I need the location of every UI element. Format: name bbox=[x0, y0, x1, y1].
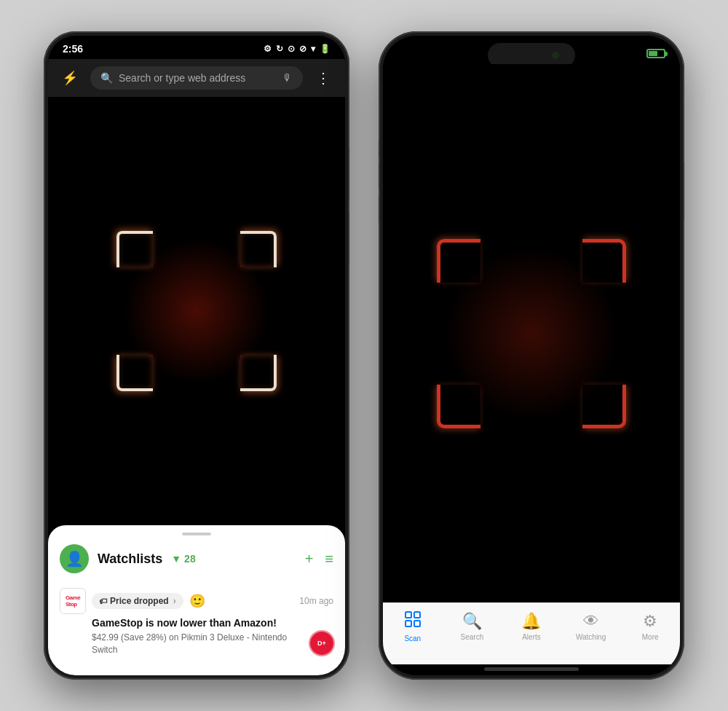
search-tab-label: Search bbox=[461, 633, 484, 641]
tab-more[interactable]: ⚙ More bbox=[628, 612, 672, 641]
iphone-corner-tl bbox=[437, 239, 480, 283]
sheet-actions: + ≡ bbox=[305, 551, 333, 567]
iphone-camera-view bbox=[383, 64, 680, 602]
iphone-corner-bl bbox=[437, 385, 480, 428]
svg-rect-3 bbox=[414, 621, 420, 626]
search-placeholder: Search or type web address bbox=[119, 72, 277, 84]
iphone-vol-down[interactable] bbox=[379, 196, 379, 222]
corner-top-right bbox=[240, 231, 277, 267]
tab-watching[interactable]: 👁 Watching bbox=[569, 612, 613, 641]
watchlists-count[interactable]: ▼ 28 bbox=[171, 553, 195, 565]
tag-icon: 🏷 bbox=[99, 597, 107, 605]
android-toolbar: ⚡ 🔍 Search or type web address 🎙 ⋮ bbox=[48, 59, 345, 97]
scan-tab-icon bbox=[404, 610, 422, 632]
sheet-handle[interactable] bbox=[182, 533, 211, 535]
iphone-corner-br bbox=[582, 385, 626, 428]
search-bar[interactable]: 🔍 Search or type web address 🎙 bbox=[90, 66, 303, 90]
notif-body: $42.99 (Save 28%) on Pikmin 3 Deluxe - N… bbox=[60, 632, 333, 656]
notif-body-text: $42.99 (Save 28%) on Pikmin 3 Deluxe - N… bbox=[92, 632, 310, 656]
android-power-button[interactable] bbox=[349, 148, 349, 199]
notif-top: GameStop 🏷 Price dropped › 🙂 10m ago bbox=[60, 588, 333, 614]
camera-view bbox=[48, 97, 345, 525]
status-time: 2:56 bbox=[63, 43, 83, 55]
d-plus-label: D+ bbox=[317, 639, 326, 648]
more-tab-label: More bbox=[642, 633, 659, 641]
dynamic-island-area bbox=[383, 36, 680, 64]
camera-dot bbox=[552, 52, 559, 59]
avatar-icon: 👤 bbox=[66, 550, 84, 567]
alerts-tab-label: Alerts bbox=[522, 633, 541, 641]
status-icons: ⚙ ↻ ⊙ ⊘ ▾ 🔋 bbox=[264, 44, 331, 54]
corner-top-left bbox=[116, 231, 153, 267]
sync-icon: ↻ bbox=[276, 44, 283, 54]
viewfinder bbox=[116, 231, 277, 391]
settings-icon: ⚙ bbox=[264, 44, 272, 54]
corner-bottom-left bbox=[116, 355, 153, 391]
more-tab-icon: ⚙ bbox=[643, 612, 657, 631]
iphone-tab-bar: Scan 🔍 Search 🔔 Alerts 👁 Watching ⚙ More bbox=[383, 602, 680, 664]
watching-tab-icon: 👁 bbox=[583, 612, 599, 631]
watching-tab-label: Watching bbox=[576, 633, 606, 641]
wifi-icon: ▾ bbox=[311, 44, 315, 54]
gamestop-text: GameStop bbox=[66, 594, 80, 608]
tab-alerts[interactable]: 🔔 Alerts bbox=[510, 612, 553, 641]
add-button[interactable]: + bbox=[305, 551, 314, 567]
iphone-mute-switch[interactable] bbox=[379, 141, 379, 158]
reaction-icon[interactable]: 🙂 bbox=[189, 593, 205, 609]
svg-rect-0 bbox=[405, 612, 411, 618]
battery-icon: 🔋 bbox=[320, 44, 331, 54]
android-status-bar: 2:56 ⚙ ↻ ⊙ ⊘ ▾ 🔋 bbox=[48, 36, 345, 59]
notif-title: GameStop is now lower than Amazon! bbox=[60, 617, 333, 629]
filter-button[interactable]: ≡ bbox=[325, 551, 333, 567]
notification-item[interactable]: GameStop 🏷 Price dropped › 🙂 10m ago Gam… bbox=[48, 581, 345, 664]
badge-chevron: › bbox=[173, 596, 176, 606]
mic-icon[interactable]: 🎙 bbox=[282, 72, 293, 84]
iphone-battery bbox=[646, 46, 665, 58]
msg-icon: ⊙ bbox=[288, 44, 295, 54]
android-volume-button[interactable] bbox=[349, 213, 349, 264]
tab-search[interactable]: 🔍 Search bbox=[450, 612, 494, 641]
android-screen: 2:56 ⚙ ↻ ⊙ ⊘ ▾ 🔋 ⚡ 🔍 Search or type web … bbox=[48, 36, 345, 675]
iphone-corner-tr bbox=[582, 239, 626, 283]
corner-bottom-right bbox=[240, 355, 277, 391]
battery-fill bbox=[649, 51, 657, 56]
more-icon: ⋮ bbox=[316, 69, 331, 87]
watchlists-title: Watchlists bbox=[98, 551, 162, 567]
scan-tab-label: Scan bbox=[404, 635, 421, 643]
iphone-screen: Scan 🔍 Search 🔔 Alerts 👁 Watching ⚙ More bbox=[383, 36, 680, 675]
search-tab-icon: 🔍 bbox=[462, 612, 482, 631]
avatar: 👤 bbox=[60, 544, 89, 573]
notif-time: 10m ago bbox=[299, 596, 333, 606]
home-indicator bbox=[484, 667, 579, 671]
battery-icon bbox=[646, 49, 665, 58]
price-badge-label: Price dropped bbox=[110, 596, 169, 606]
flash-icon: ⚡ bbox=[62, 70, 78, 86]
android-phone: 2:56 ⚙ ↻ ⊙ ⊘ ▾ 🔋 ⚡ 🔍 Search or type web … bbox=[44, 31, 349, 680]
d-plus-badge: D+ bbox=[310, 632, 333, 655]
search-icon: 🔍 bbox=[100, 72, 113, 84]
flash-button[interactable]: ⚡ bbox=[57, 65, 83, 91]
alerts-tab-icon: 🔔 bbox=[521, 612, 541, 631]
tab-scan[interactable]: Scan bbox=[391, 610, 435, 643]
svg-rect-2 bbox=[405, 621, 411, 626]
dnd-icon: ⊘ bbox=[299, 44, 306, 54]
svg-rect-1 bbox=[414, 612, 420, 618]
iphone: Scan 🔍 Search 🔔 Alerts 👁 Watching ⚙ More bbox=[379, 31, 684, 680]
bottom-sheet: 👤 Watchlists ▼ 28 + ≡ GameStop 🏷 Price d… bbox=[48, 525, 345, 675]
sheet-header: 👤 Watchlists ▼ 28 + ≡ bbox=[48, 544, 345, 581]
iphone-vol-up[interactable] bbox=[379, 162, 379, 189]
iphone-viewfinder bbox=[437, 239, 626, 428]
price-dropped-badge[interactable]: 🏷 Price dropped › bbox=[92, 593, 183, 609]
iphone-power-button[interactable] bbox=[684, 162, 684, 221]
more-button[interactable]: ⋮ bbox=[310, 65, 336, 91]
gamestop-logo: GameStop bbox=[60, 588, 86, 614]
